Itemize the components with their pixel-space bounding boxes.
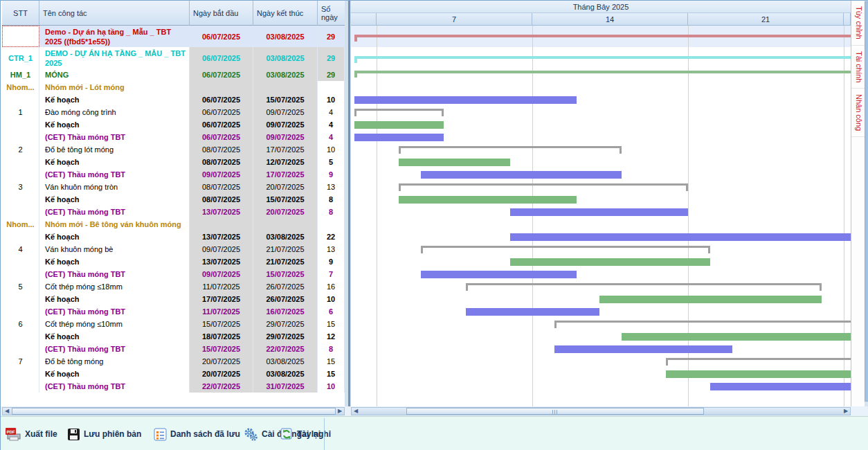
table-row[interactable]: (CET) Thầu móng TBT22/07/202531/07/20251… [2,380,345,393]
table-row[interactable]: 1Đào móng công trình06/07/202509/07/2025… [2,106,345,118]
gantt-task-bracket[interactable] [666,358,851,366]
table-row[interactable]: Kế hoạch06/07/202515/07/202510 [2,93,345,106]
gantt-baseline-bar[interactable] [466,308,599,316]
gantt-task-bracket[interactable] [421,246,710,253]
gantt-baseline-bar[interactable] [510,208,688,216]
cell-stt [2,330,39,343]
toolbar-divider [324,418,325,450]
cell-name: Cốt thép móng ≤10mm [39,318,190,330]
gantt-task-bracket[interactable] [399,183,688,191]
table-row[interactable]: 5Cốt thép móng ≤18mm11/07/202526/07/2025… [2,280,345,293]
saved-list-button[interactable]: Danh sách đã lưu [154,422,240,446]
vertical-scrollbar-thumb[interactable] [865,1,868,402]
gantt-plan-bar[interactable] [622,333,851,341]
gantt-baseline-bar[interactable] [354,134,444,141]
cell-days: 8 [318,193,345,206]
cell-start: 08/07/2025 [190,181,253,193]
table-row[interactable]: Kế hoạch06/07/202509/07/20254 [2,118,345,131]
gantt-baseline-bar[interactable] [421,271,577,278]
scroll-right-icon[interactable]: ▶ [336,408,344,415]
cell-name: (CET) Thầu móng TBT [39,305,190,318]
table-row[interactable]: (CET) Thầu móng TBT09/07/202517/07/20259 [2,168,345,181]
gantt-task-bracket[interactable] [399,146,621,154]
table-row[interactable]: Kế hoạch13/07/202503/08/202522 [2,231,345,243]
gantt-plan-bar[interactable] [399,159,510,166]
gantt-task-bracket[interactable] [354,109,444,116]
gantt-plan-bar[interactable] [666,370,851,378]
cell-days: 16 [318,280,345,293]
gantt-baseline-bar[interactable] [510,233,851,241]
table-row[interactable]: Nhom...Nhóm mới - Lót móng [2,81,345,93]
cell-name: Nhóm mới - Bê tông ván khuôn móng [39,218,190,231]
gantt-plan-bar[interactable] [399,196,577,204]
cell-name: (CET) Thầu móng TBT [39,268,190,280]
table-row[interactable]: 2Đổ bê tông lót móng08/07/202517/07/2025… [2,143,345,156]
gantt-baseline-bar[interactable] [421,171,621,179]
table-row[interactable]: CTR_1DEMO - DỰ ÁN HẠ TẦNG _ MẪU _ TBT 20… [2,47,345,69]
gantt-plan-bar[interactable] [599,296,822,303]
table-row[interactable]: (CET) Thầu móng TBT11/07/202516/07/20256 [2,305,345,318]
gantt-baseline-bar[interactable] [710,383,851,390]
table-row[interactable]: Demo - Dự án hạ tầng _ Mẫu _ TBT 2025 ((… [2,26,345,47]
scroll-left-icon[interactable]: ◀ [352,408,360,415]
table-row[interactable]: 6Cốt thép móng ≤10mm15/07/202529/07/2025… [2,318,345,330]
cell-days: 15 [318,368,345,380]
table-row[interactable]: Kế hoạch08/07/202512/07/20255 [2,156,345,168]
table-hscrollbar-thumb[interactable] [12,408,336,415]
cell-name: DEMO - DỰ ÁN HẠ TẦNG _ MẪU _ TBT 2025 [39,47,190,69]
table-row[interactable]: Kế hoạch17/07/202526/07/202510 [2,293,345,305]
table-row[interactable]: Kế hoạch08/07/202515/07/20258 [2,193,345,206]
cell-end [253,81,318,93]
gantt-plan-bar[interactable] [354,121,444,129]
reload-button[interactable]: Tải lại [280,422,320,446]
table-gantt-splitter[interactable] [345,1,351,416]
cell-stt [2,268,39,280]
table-row[interactable]: 7Đổ bê tông móng20/07/202503/08/202515 [2,355,345,368]
gantt-task-bracket[interactable] [554,321,851,328]
gantt-task-bracket[interactable] [466,283,822,291]
cell-stt [2,368,39,380]
cell-start: 06/07/2025 [190,26,253,47]
col-header-name[interactable]: Tên công tác [39,1,190,26]
gantt-summary-bar[interactable] [354,35,851,37]
cell-days: 4 [318,106,345,118]
side-tab-3[interactable]: Nhân công [851,89,865,137]
scroll-left-icon[interactable]: ◀ [3,408,11,415]
table-row[interactable]: (CET) Thầu móng TBT09/07/202515/07/20257 [2,268,345,280]
table-row[interactable]: 4Ván khuôn móng bè09/07/202521/07/202513 [2,243,345,255]
table-row[interactable]: Kế hoạch13/07/202521/07/20259 [2,255,345,268]
cell-end: 20/07/2025 [253,206,318,218]
table-row[interactable]: (CET) Thầu móng TBT15/07/202522/07/20258 [2,343,345,355]
table-row[interactable]: (CET) Thầu móng TBT06/07/202509/07/20254 [2,131,345,143]
cell-end: 17/07/2025 [253,143,318,156]
col-header-days[interactable]: Số ngày [318,1,345,26]
cell-start: 06/07/2025 [190,118,253,131]
gantt-plan-bar[interactable] [510,258,710,266]
side-tab-2[interactable]: Tài chính [851,46,865,89]
col-header-stt[interactable]: STT [2,1,39,26]
gantt-baseline-bar[interactable] [554,345,732,353]
cell-stt [2,380,39,393]
cell-start: 09/07/2025 [190,268,253,280]
gantt-hscrollbar[interactable]: ◀ ▶ [351,407,851,415]
gantt-hscrollbar-thumb[interactable] [406,408,704,415]
table-row[interactable]: Kế hoạch20/07/202503/08/202515 [2,368,345,380]
scroll-right-icon[interactable]: ▶ [842,408,850,415]
gantt-summary-bar[interactable] [354,56,851,59]
table-row[interactable]: (CET) Thầu móng TBT13/07/202520/07/20258 [2,206,345,218]
table-row[interactable]: HM_1MÓNG06/07/202503/08/202529 [2,69,345,81]
table-row[interactable]: Kế hoạch18/07/202529/07/202512 [2,330,345,343]
gantt-baseline-bar[interactable] [354,96,577,104]
col-header-end[interactable]: Ngày kết thúc [253,1,318,26]
col-header-start[interactable]: Ngày bắt đầu [190,1,253,26]
vertical-scrollbar[interactable] [865,1,868,406]
table-row[interactable]: 3Ván khuôn móng tròn08/07/202520/07/2025… [2,181,345,193]
gantt-summary-bar[interactable] [354,71,851,73]
save-version-button[interactable]: Lưu phiên bản [67,422,141,446]
table-row[interactable]: Nhom...Nhóm mới - Bê tông ván khuôn móng [2,218,345,231]
cell-end: 29/07/2025 [253,318,318,330]
export-file-button[interactable]: PDF Xuất file [6,422,57,446]
table-hscrollbar[interactable]: ◀ ▶ [2,407,345,415]
cell-start: 13/07/2025 [190,206,253,218]
side-tab-1[interactable]: Tùy chỉnh [851,1,865,46]
